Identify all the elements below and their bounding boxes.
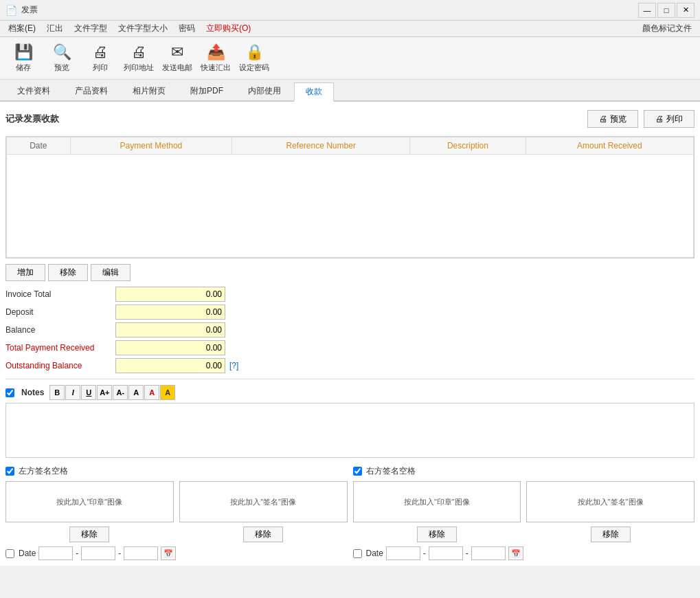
tab-photo[interactable]: 相片附页 [121, 81, 177, 100]
tab-pdf[interactable]: 附加PDF [179, 81, 235, 100]
set-password-button[interactable]: 🔒 设定密码 [236, 40, 272, 77]
right-date-year[interactable] [386, 546, 420, 560]
italic-button[interactable]: I [65, 385, 80, 400]
action-buttons-row: 增加 移除 编辑 [5, 264, 695, 281]
left-signature-side: 左方签名空格 按此加入"印章"图像 按此加入"签名"图像 移除 移除 [5, 465, 348, 560]
print-address-button[interactable]: 🖨 列印地址 [121, 40, 157, 77]
font-highlight-button[interactable]: A [160, 385, 175, 400]
record-header: 记录发票收款 🖨 预览 🖨 列印 [5, 107, 695, 131]
left-sig-checkbox-row: 左方签名空格 [5, 465, 348, 477]
col-amount: Amount Received [526, 137, 693, 155]
empty-row [7, 155, 694, 258]
print-address-label: 列印地址 [124, 63, 154, 73]
right-date-checkbox[interactable] [353, 549, 362, 558]
set-password-label: 设定密码 [239, 63, 269, 73]
tab-products[interactable]: 产品资料 [63, 81, 120, 100]
right-remove-stamp-button[interactable]: 移除 [417, 527, 457, 542]
outstanding-input[interactable] [115, 358, 225, 373]
right-date-sep2: - [466, 549, 468, 558]
notes-textarea[interactable] [5, 403, 695, 458]
deposit-label: Deposit [5, 307, 115, 317]
remove-button[interactable]: 移除 [48, 264, 88, 281]
tab-internal[interactable]: 内部使用 [236, 81, 293, 100]
preview-button[interactable]: 🔍 预览 [44, 40, 80, 77]
payment-table: Date Payment Method Reference Number Des… [6, 137, 694, 258]
font-size-down-button[interactable]: A- [113, 385, 128, 400]
app-icon: 📄 [5, 5, 17, 16]
payment-table-container: Date Payment Method Reference Number Des… [5, 136, 695, 258]
set-password-icon: 🔒 [245, 43, 264, 61]
record-print-button[interactable]: 🖨 列印 [644, 110, 695, 128]
close-button[interactable]: ✕ [677, 3, 695, 18]
menu-password[interactable]: 密码 [173, 21, 201, 36]
left-sig-checkbox[interactable] [5, 467, 14, 476]
notes-header: Notes B I U A+ A- A A A [5, 385, 695, 400]
left-date-year[interactable] [38, 546, 73, 560]
maximize-button[interactable]: □ [657, 3, 675, 18]
bold-button[interactable]: B [49, 385, 65, 400]
right-sign-box[interactable]: 按此加入"签名"图像 [526, 481, 695, 522]
main-panel: 记录发票收款 🖨 预览 🖨 列印 Date Payment Method Ref… [0, 102, 700, 566]
email-icon: ✉ [171, 43, 183, 61]
quick-export-icon: 📤 [207, 43, 225, 61]
right-stamp-box[interactable]: 按此加入"印章"图像 [353, 481, 521, 522]
left-date-picker-button[interactable]: 📅 [161, 546, 176, 560]
right-date-day[interactable] [471, 546, 506, 560]
outstanding-help-link[interactable]: [?] [229, 361, 238, 370]
invoice-total-input[interactable] [115, 287, 225, 302]
right-signature-side: 右方签名空格 按此加入"印章"图像 按此加入"签名"图像 移除 移除 [353, 465, 695, 560]
record-preview-button[interactable]: 🖨 预览 [587, 110, 638, 128]
right-date-picker-button[interactable]: 📅 [508, 546, 523, 560]
right-date-sep1: - [423, 549, 426, 558]
menu-color-tag[interactable]: 颜色标记文件 [637, 21, 697, 36]
left-date-month[interactable] [81, 546, 115, 560]
quick-export-button[interactable]: 📤 快速汇出 [198, 40, 234, 77]
font-reset-button[interactable]: A [128, 385, 144, 400]
right-date-label: Date [366, 549, 383, 558]
right-remove-row: 移除 移除 [353, 527, 695, 542]
payment-table-body [7, 155, 694, 258]
menu-font[interactable]: 文件字型 [69, 21, 113, 36]
menu-file[interactable]: 档案(E) [3, 21, 41, 36]
left-date-checkbox[interactable] [5, 549, 14, 558]
add-button[interactable]: 增加 [5, 264, 45, 281]
tab-payment[interactable]: 收款 [294, 82, 334, 102]
minimize-button[interactable]: — [638, 3, 656, 18]
deposit-input[interactable] [115, 304, 225, 320]
notes-checkbox[interactable] [5, 388, 14, 397]
left-stamp-box[interactable]: 按此加入"印章"图像 [5, 481, 174, 522]
left-date-day[interactable] [124, 546, 158, 560]
email-button[interactable]: ✉ 发送电邮 [159, 40, 195, 77]
balance-row: Balance [5, 322, 695, 337]
left-sign-box[interactable]: 按此加入"签名"图像 [179, 481, 348, 522]
quick-export-label: 快速汇出 [201, 63, 231, 73]
title-bar: 📄 发票 — □ ✕ [0, 0, 700, 21]
tab-document[interactable]: 文件资料 [5, 81, 62, 100]
font-color-button[interactable]: A [144, 385, 159, 400]
menu-buy[interactable]: 立即购买(O) [201, 21, 256, 36]
total-payment-label: Total Payment Received [5, 343, 115, 353]
total-payment-input[interactable] [115, 340, 225, 355]
edit-button[interactable]: 编辑 [91, 264, 131, 281]
left-remove-stamp-button[interactable]: 移除 [69, 527, 109, 542]
save-button[interactable]: 💾 储存 [5, 40, 41, 77]
record-title: 记录发票收款 [5, 113, 59, 125]
print-label: 列印 [93, 63, 108, 73]
menu-font-size[interactable]: 文件字型大小 [113, 21, 173, 36]
email-label: 发送电邮 [162, 63, 192, 73]
print-button[interactable]: 🖨 列印 [82, 40, 118, 77]
app-title: 发票 [21, 4, 38, 16]
format-toolbar: B I U A+ A- A A A [49, 385, 175, 400]
outstanding-label: Outstanding Balance [5, 361, 115, 370]
save-label: 储存 [16, 63, 31, 73]
right-sig-checkbox[interactable] [353, 467, 362, 476]
right-remove-sign-button[interactable]: 移除 [591, 527, 631, 542]
left-remove-sign-button[interactable]: 移除 [243, 527, 283, 542]
right-date-month[interactable] [429, 546, 463, 560]
toolbar: 💾 储存 🔍 预览 🖨 列印 🖨 列印地址 ✉ 发送电邮 📤 快速汇出 🔒 设定… [0, 37, 700, 80]
balance-input[interactable] [115, 322, 225, 337]
underline-button[interactable]: U [81, 385, 96, 400]
menu-export[interactable]: 汇出 [41, 21, 69, 36]
col-description: Description [410, 137, 526, 155]
font-size-up-button[interactable]: A+ [97, 385, 112, 400]
